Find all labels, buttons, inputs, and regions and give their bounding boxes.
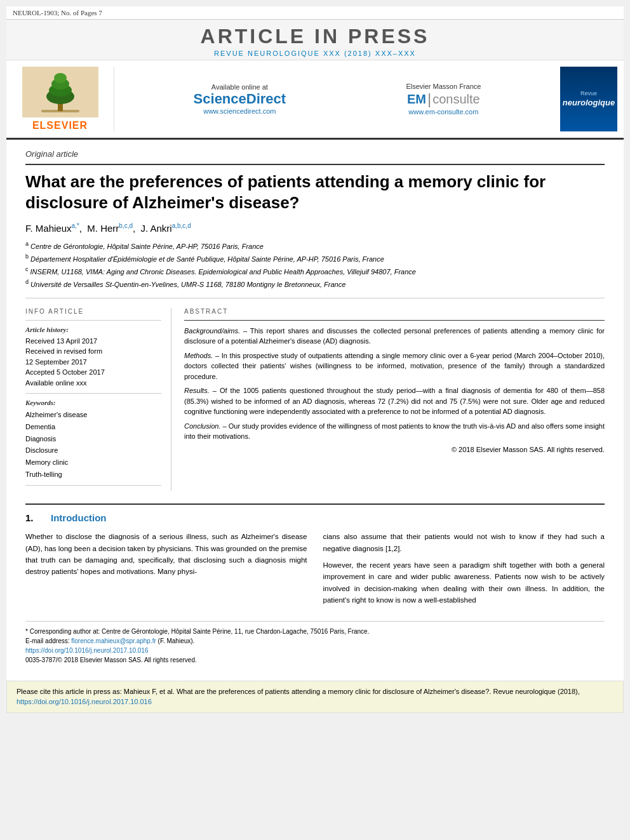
- pipe-icon: |: [427, 90, 431, 108]
- page: NEUROL-1903; No. of Pages 7 ARTICLE IN P…: [6, 6, 624, 713]
- affiliations-divider: [25, 298, 605, 298]
- intro-right-para1: cians also assume that their patients wo…: [323, 531, 605, 554]
- background-label: Background/aims.: [184, 327, 243, 335]
- author-1-name: F. Mahieux: [25, 223, 72, 234]
- received-date: Received 13 April 2017: [25, 336, 161, 347]
- info-abstract-section: INFO ARTICLE Article history: Received 1…: [25, 308, 605, 491]
- methods-label: Methods.: [184, 352, 215, 359]
- affiliations: a Centre de Gérontologie, Hôpital Sainte…: [25, 240, 605, 290]
- affiliation-c: c INSERM, U1168, VIMA: Aging and Chronic…: [25, 265, 605, 277]
- citation-bar: Please cite this article in press as: Ma…: [6, 681, 624, 713]
- consulte-part: consulte: [432, 92, 480, 107]
- top-bar-left: NEUROL-1903; No. of Pages 7: [13, 9, 102, 17]
- abstract-background: Background/aims. – This report shares an…: [184, 326, 605, 347]
- elsevier-logo-block: ELSEVIER: [13, 67, 114, 131]
- em-part: EM: [407, 92, 426, 107]
- available-online: Available online xxx: [25, 378, 161, 389]
- intro-body: Whether to disclose the diagnosis of a s…: [25, 531, 605, 611]
- main-content: Original article What are the preference…: [6, 140, 624, 674]
- sciencedirect-url[interactable]: www.sciencedirect.com: [194, 107, 286, 115]
- revue-neurologique-logo: Revue neurologique: [560, 67, 617, 131]
- info-top-divider: [25, 320, 161, 321]
- keyword-4: Disclosure: [25, 444, 161, 457]
- citation-doi-link[interactable]: https://doi.org/10.1016/j.neurol.2017.10…: [17, 698, 152, 705]
- doi-footnote: https://doi.org/10.1016/j.neurol.2017.10…: [25, 646, 605, 655]
- issn-footnote: 0035-3787/© 2018 Elsevier Masson SAS. Al…: [25, 655, 605, 665]
- author-1-sup: a,*: [72, 222, 79, 229]
- keywords-bottom-divider: [25, 485, 161, 486]
- article-in-press-banner: ARTICLE IN PRESS REVUE NEUROLOGIQUE XXX …: [6, 20, 624, 60]
- author-2-name: M. Herr: [87, 223, 119, 234]
- abstract-text: Background/aims. – This report shares an…: [184, 326, 605, 442]
- revue-logo-text: Revue: [580, 90, 597, 98]
- authors-line: F. Mahieuxa,*, M. Herrb,c,d, J. Ankria,b…: [25, 222, 605, 234]
- revue-subtitle: REVUE NEUROLOGIQUE XXX (2018) XXX–XXX: [6, 50, 624, 57]
- keywords-list: Alzheimer's disease Dementia Diagnosis D…: [25, 409, 161, 480]
- title-divider: [25, 164, 605, 165]
- article-in-press-title: ARTICLE IN PRESS: [6, 25, 624, 48]
- conclusion-label: Conclusion.: [184, 422, 223, 430]
- elsevier-wordmark: ELSEVIER: [32, 120, 88, 131]
- corresponding-footnote: * Corresponding author at: Centre de Gér…: [25, 627, 605, 636]
- keywords-title: Keywords:: [25, 399, 161, 406]
- info-article-heading: INFO ARTICLE: [25, 308, 161, 315]
- keyword-3: Diagnosis: [25, 433, 161, 445]
- affiliation-a: a Centre de Gérontologie, Hôpital Sainte…: [25, 240, 605, 251]
- keywords-divider: [25, 393, 161, 394]
- abstract-results: Results. – Of the 1005 patients question…: [184, 385, 605, 417]
- abstract-copyright: © 2018 Elsevier Masson SAS. All rights r…: [184, 446, 605, 453]
- elsevier-masson-text: Elsevier Masson France: [406, 83, 481, 90]
- em-consulte-url[interactable]: www.em-consulte.com: [406, 108, 481, 116]
- methods-text: – In this prospective study of outpatien…: [184, 352, 605, 380]
- footnotes: * Corresponding author at: Centre de Gér…: [25, 621, 605, 665]
- keyword-6: Truth-telling: [25, 469, 161, 481]
- results-text: – Of the 1005 patients questioned throug…: [184, 387, 605, 415]
- svg-rect-5: [41, 110, 79, 112]
- revue-logo-title: neurologique: [563, 98, 615, 108]
- email-name: (F. Mahieux).: [158, 637, 195, 644]
- abstract-column: ABSTRACT Background/aims. – This report …: [184, 308, 605, 491]
- top-bar: NEUROL-1903; No. of Pages 7: [6, 6, 624, 20]
- email-label: E-mail address:: [25, 637, 71, 644]
- logo-header: ELSEVIER Available online at ScienceDire…: [6, 60, 624, 140]
- keyword-2: Dementia: [25, 421, 161, 433]
- introduction-section: 1. Introduction Whether to disclose the …: [25, 503, 605, 611]
- elsevier-tree-image: [22, 67, 98, 117]
- available-text: Available online at: [194, 83, 286, 91]
- doi-link[interactable]: https://doi.org/10.1016/j.neurol.2017.10…: [25, 647, 148, 654]
- abstract-heading: ABSTRACT: [184, 308, 605, 315]
- revised-date: 12 September 2017: [25, 357, 161, 368]
- email-footnote: E-mail address: florence.mahieux@spr.aph…: [25, 636, 605, 646]
- received-revised-label: Received in revised form: [25, 346, 161, 357]
- intro-right-para2: However, the recent years have seen a pa…: [323, 559, 605, 606]
- article-history-title: Article history:: [25, 326, 161, 333]
- section-number: 1.: [25, 512, 38, 523]
- abstract-methods: Methods. – In this prospective study of …: [184, 350, 605, 382]
- keyword-5: Memory clinic: [25, 457, 161, 469]
- section-title: Introduction: [51, 512, 106, 523]
- abstract-conclusion: Conclusion. – Our study provides evidenc…: [184, 421, 605, 442]
- middle-logos: Available online at ScienceDirect www.sc…: [121, 67, 554, 131]
- intro-left-column: Whether to disclose the diagnosis of a s…: [25, 531, 307, 611]
- svg-point-4: [54, 73, 67, 83]
- abstract-top-divider: [184, 320, 605, 321]
- section-header: 1. Introduction: [25, 512, 605, 523]
- background-text: – This report shares and discusses the c…: [184, 327, 605, 345]
- email-link[interactable]: florence.mahieux@spr.aphp.fr: [71, 637, 156, 644]
- conclusion-text: – Our study provides evidence of the wil…: [184, 422, 605, 441]
- intro-right-column: cians also assume that their patients wo…: [323, 531, 605, 611]
- keyword-1: Alzheimer's disease: [25, 409, 161, 421]
- affiliation-b: b Département Hospitalier d'Épidémiologi…: [25, 253, 605, 264]
- author-3-name: J. Ankri: [141, 223, 172, 234]
- affiliation-d: d Université de Versailles St-Quentin-en…: [25, 278, 605, 290]
- info-article-column: INFO ARTICLE Article history: Received 1…: [25, 308, 171, 491]
- author-3-sup: a,b,c,d: [172, 222, 191, 229]
- author-2-sup: b,c,d: [119, 222, 133, 229]
- article-title: What are the preferences of patients att…: [25, 171, 605, 213]
- corresponding-text: * Corresponding author at: Centre de Gér…: [25, 628, 369, 635]
- em-consulte-logo: EM | consulte: [406, 90, 481, 108]
- sciencedirect-logo[interactable]: ScienceDirect: [194, 91, 286, 107]
- intro-left-para1: Whether to disclose the diagnosis of a s…: [25, 531, 307, 578]
- sciencedirect-block: Available online at ScienceDirect www.sc…: [194, 83, 286, 115]
- article-type-label: Original article: [25, 149, 605, 159]
